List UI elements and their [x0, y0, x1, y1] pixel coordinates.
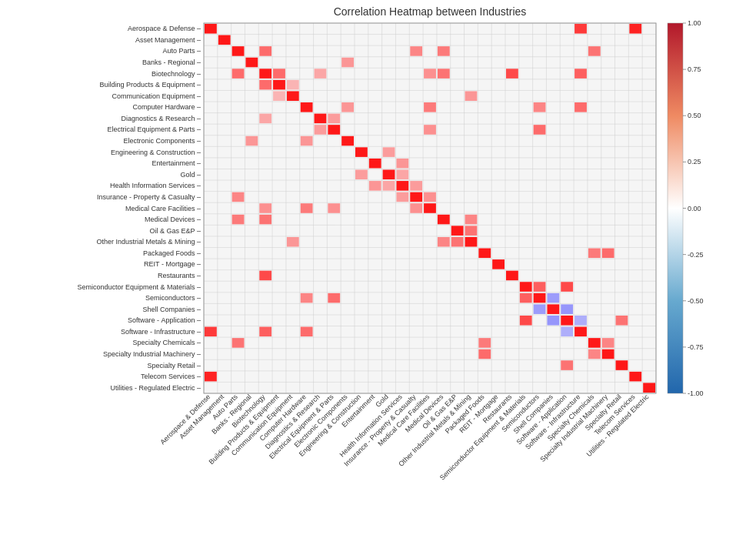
chart-container	[0, 0, 756, 555]
heatmap-canvas	[0, 0, 756, 555]
